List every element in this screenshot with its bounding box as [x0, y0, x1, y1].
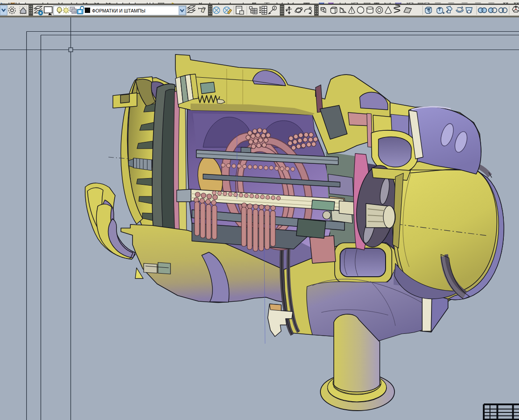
svg-text:ФОРМАТКИ И ШТАМПЫ: ФОРМАТКИ И ШТАМПЫ: [92, 8, 145, 13]
